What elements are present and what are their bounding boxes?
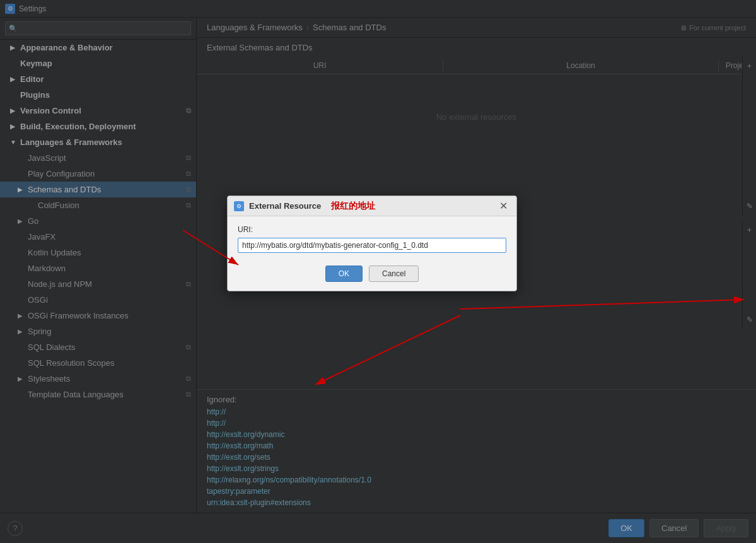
dialog-title-bar: ⚙ External Resource 报红的地址 ✕ bbox=[228, 196, 516, 216]
external-resource-dialog: ⚙ External Resource 报红的地址 ✕ URI: OK Canc… bbox=[227, 196, 517, 291]
dialog-icon: ⚙ bbox=[234, 201, 244, 211]
uri-input[interactable] bbox=[238, 238, 506, 253]
dialog-footer: OK Cancel bbox=[228, 259, 516, 291]
dialog-body: URI: bbox=[228, 216, 516, 259]
uri-label: URI: bbox=[238, 225, 506, 234]
dialog-subtitle: 报红的地址 bbox=[331, 201, 375, 212]
dialog-close-button[interactable]: ✕ bbox=[497, 200, 510, 212]
dialog-overlay: ⚙ External Resource 报红的地址 ✕ URI: OK Canc… bbox=[0, 0, 756, 543]
dialog-cancel-button[interactable]: Cancel bbox=[369, 266, 419, 282]
dialog-title: External Resource bbox=[249, 201, 321, 211]
dialog-ok-button[interactable]: OK bbox=[325, 266, 363, 282]
